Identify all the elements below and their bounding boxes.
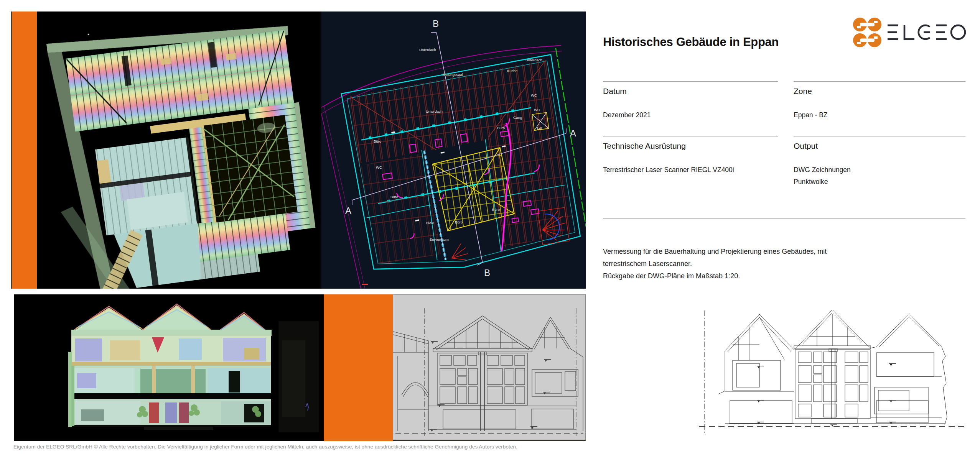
field-value-ausruestung: Terrestrischer Laser Scanner RIEGL VZ400… (603, 164, 734, 176)
field-label-datum: Datum (603, 87, 627, 96)
room-label-buero-mid2: Büro (455, 220, 463, 224)
field-value-output: DWG Zeichnungen Punktwolke (794, 164, 851, 188)
pointcloud-section-image (14, 294, 324, 441)
field-value-zone: Eppan - BZ (794, 109, 828, 121)
room-label-sitzungssaal: Sitzungssaal (442, 72, 463, 77)
room-label-buero-right: Büro (497, 126, 505, 130)
page-title: Historisches Gebäude in Eppan (603, 35, 779, 49)
accent-bar-top (11, 11, 38, 289)
divider (603, 81, 778, 82)
room-label-buero-left: Büro (374, 139, 381, 143)
cad-floor-plan-image: B B A A Unterdach Unterdach Küche Sitzun… (321, 11, 586, 289)
section-marker-a-right: A (570, 128, 576, 138)
field-label-zone: Zone (794, 87, 812, 96)
field-label-ausruestung: Technische Ausrüstung (603, 141, 686, 151)
room-label-kueche: Küche (507, 69, 517, 73)
room-label-wc-right2: WC (534, 108, 540, 112)
elgeo-logo-icon (853, 18, 881, 47)
divider (603, 136, 778, 136)
section-marker-a-left: A (345, 205, 351, 216)
field-value-datum: Dezember 2021 (603, 109, 651, 121)
room-label-wc-right1: WC (531, 93, 537, 97)
elgeo-logo (852, 17, 967, 50)
room-label-unterdach-top: Unterdach (419, 48, 436, 52)
section-drawing-gray-image (393, 294, 586, 441)
room-label-serverraum: Serverraum (430, 237, 449, 241)
room-label-buero-mid1: Büro (390, 195, 398, 199)
room-label-lift: Lift (537, 126, 542, 130)
divider (794, 136, 965, 136)
copyright-notice: Eigentum der ELGEO SRL/GmbH © Alle Recht… (13, 444, 965, 450)
elgeo-logo-wordmark (888, 25, 965, 39)
section-drawing-white-image (696, 303, 968, 441)
info-panel: Historisches Gebäude in Eppan (603, 0, 974, 291)
divider (794, 81, 965, 82)
room-label-buero-low: Büro (492, 207, 500, 212)
accent-bar-bottom (324, 294, 393, 441)
section-marker-b-bottom: B (484, 268, 490, 278)
field-label-output: Output (794, 141, 818, 151)
room-label-gang: Gang (513, 115, 522, 120)
project-description: Vermessung für die Bauerhaltung und Proj… (603, 245, 894, 282)
divider (603, 218, 965, 219)
room-label-unterdach-mid: Unterdach (426, 109, 443, 113)
section-marker-b-top: B (433, 18, 439, 29)
room-label-diele: Diele (426, 221, 434, 225)
room-label-unterdach-right: Unterdach (525, 58, 542, 62)
room-label-wc-left: WC (376, 165, 382, 169)
pointcloud-roof-plan-image (37, 11, 321, 289)
